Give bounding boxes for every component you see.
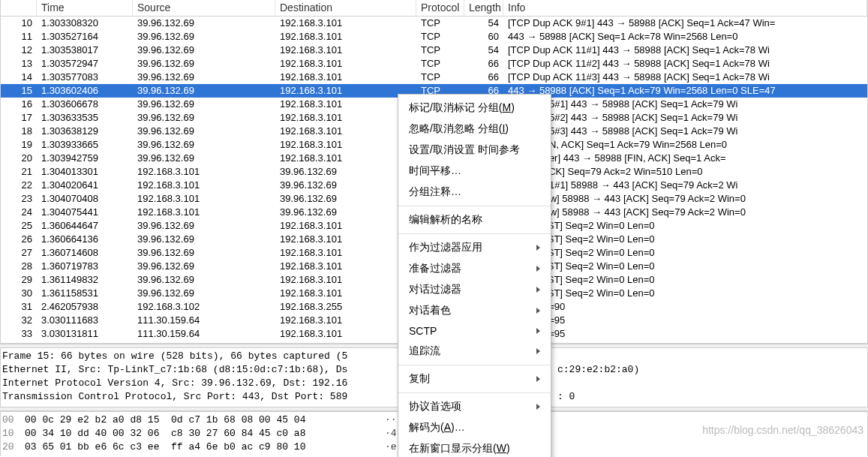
menu-item[interactable]: 时间平移…	[398, 161, 551, 182]
cell: 1.360644647	[37, 219, 133, 233]
cell: 21	[1, 165, 37, 179]
cell: 192.168.3.101	[275, 273, 416, 287]
cell: 1.361149832	[37, 273, 133, 287]
cell: 28	[1, 260, 37, 273]
cell: 192.168.3.101	[275, 17, 416, 30]
cell: 58988 [RST] Seq=2 Win=0 Len=0	[503, 260, 867, 273]
menu-item[interactable]: 标记/取消标记 分组(M)	[398, 98, 551, 119]
cell: 66	[464, 71, 503, 84]
menu-item[interactable]: 解码为(A)…	[398, 417, 551, 438]
col-no[interactable]	[1, 0, 37, 16]
cell: 192.168.3.101	[275, 71, 416, 84]
cell: 1.303538017	[37, 44, 133, 57]
menu-item[interactable]: SCTP	[398, 321, 551, 341]
cell: 39.96.132.69	[133, 71, 275, 84]
cell: 1.360714608	[37, 246, 133, 260]
cell: TCP	[416, 17, 464, 30]
table-row[interactable]: 111.30352716439.96.132.69192.168.3.101TC…	[1, 30, 867, 44]
cell: 192.168.3.102	[133, 300, 275, 314]
menu-item[interactable]: 作为过滤器应用	[398, 237, 551, 258]
cell: 39.96.132.69	[133, 125, 275, 138]
chevron-right-icon	[536, 348, 540, 354]
detail-line[interactable]: Frame 15: 66 bytes on wire (528 bits), 6…	[2, 350, 400, 363]
cell: 1.304020641	[37, 179, 133, 192]
menu-item-label: 协议首选项	[409, 400, 461, 413]
menu-item-label: 复制	[409, 372, 430, 386]
cell: 66	[464, 57, 503, 71]
detail-line[interactable]: Transmission Control Protocol, Src Port:…	[2, 390, 400, 404]
cell: 39.96.132.69	[275, 179, 416, 192]
cell: 192.168.3.101	[275, 219, 416, 233]
cell: 20	[1, 152, 37, 165]
cell: eroWindow] 58988 → 443 [ACK] Seq=79 Ack=…	[503, 192, 867, 206]
cell: 192.168.3.101	[275, 98, 416, 111]
cell: 39.96.132.69	[133, 152, 275, 165]
menu-item[interactable]: 对话过滤器	[398, 279, 551, 300]
cell: 39.96.132.69	[133, 246, 275, 260]
cell: 1.303638129	[37, 125, 133, 138]
cell: 443 → 58988 [ACK] Seq=1 Ack=79 Win=2568 …	[503, 84, 867, 98]
cell: 39.96.132.69	[133, 138, 275, 152]
menu-item-label: 准备过滤器	[409, 262, 461, 275]
cell: 39.96.132.69	[133, 273, 275, 287]
menu-item[interactable]: 协议首选项	[398, 396, 551, 417]
context-menu[interactable]: 标记/取消标记 分组(M)忽略/取消忽略 分组(I)设置/取消设置 时间参考时间…	[398, 94, 551, 457]
menu-item-label: 分组注释…	[409, 185, 461, 199]
cell: 11	[1, 30, 37, 44]
menu-item[interactable]: 复制	[398, 368, 551, 389]
cell: 32	[1, 314, 37, 327]
cell: 30	[1, 287, 37, 300]
cell: 27	[1, 246, 37, 260]
col-info[interactable]: Info	[503, 0, 867, 16]
table-row[interactable]: 121.30353801739.96.132.69192.168.3.101TC…	[1, 44, 867, 57]
chevron-right-icon	[536, 266, 540, 272]
col-length[interactable]: Length	[464, 0, 503, 16]
detail-line[interactable]: Internet Protocol Version 4, Src: 39.96.…	[2, 377, 400, 390]
detail-line[interactable]: Ethernet II, Src: Tp-LinkT_c7:1b:68 (d8:…	[2, 363, 400, 377]
col-time[interactable]: Time	[37, 0, 133, 16]
cell: ut-Of-Order] 443 → 58988 [FIN, ACK] Seq=…	[503, 152, 867, 165]
menu-item-label: 标记/取消标记 分组(M)	[409, 101, 515, 115]
cell: 18	[1, 125, 37, 138]
cell: 192.168.3.255	[275, 300, 416, 314]
chevron-right-icon	[536, 308, 540, 314]
menu-item[interactable]: 追踪流	[398, 341, 551, 362]
cell: 39.96.132.69	[133, 233, 275, 246]
cell: 192.168.3.101	[133, 206, 275, 219]
cell: 192.168.3.101	[275, 152, 416, 165]
chevron-right-icon	[536, 328, 540, 334]
cell: 58988 [RST] Seq=2 Win=0 Len=0	[503, 246, 867, 260]
cell: up ACK 21#1] 58988 → 443 [ACK] Seq=79 Ac…	[503, 179, 867, 192]
cell: 39.96.132.69	[133, 57, 275, 71]
col-proto[interactable]: Protocol	[416, 0, 464, 16]
menu-item-label: 设置/取消设置 时间参考	[409, 143, 520, 157]
cell: 1.303308320	[37, 17, 133, 30]
table-row[interactable]: 141.30357708339.96.132.69192.168.3.101TC…	[1, 71, 867, 84]
cell: 54	[464, 17, 503, 30]
col-dest[interactable]: Destination	[275, 0, 416, 16]
cell: TCP	[416, 30, 464, 44]
chevron-right-icon	[536, 404, 540, 410]
chevron-right-icon	[536, 287, 540, 293]
table-row[interactable]: 101.30330832039.96.132.69192.168.3.101TC…	[1, 17, 867, 30]
cell: 39.96.132.69	[133, 219, 275, 233]
menu-item[interactable]: 设置/取消设置 时间参考	[398, 140, 551, 161]
cell: 16	[1, 98, 37, 111]
menu-item[interactable]: 准备过滤器	[398, 258, 551, 279]
cell: 192.168.3.101	[275, 44, 416, 57]
cell: 31	[1, 300, 37, 314]
menu-item[interactable]: 编辑解析的名称	[398, 209, 551, 230]
cell: 39.96.132.69	[133, 44, 275, 57]
col-source[interactable]: Source	[133, 0, 275, 16]
cell: TCP	[416, 57, 464, 71]
menu-item[interactable]: 在新窗口显示分组(W)	[398, 438, 551, 457]
detail-line-tail: c:29:e2:b2:a0)	[557, 363, 639, 377]
menu-item[interactable]: 忽略/取消忽略 分组(I)	[398, 119, 551, 140]
cell: 1.304013301	[37, 165, 133, 179]
cell: 33	[1, 327, 37, 341]
menu-item[interactable]: 分组注释…	[398, 182, 551, 203]
menu-item[interactable]: 对话着色	[398, 300, 551, 321]
cell: 19	[1, 138, 37, 152]
cell: 29	[1, 273, 37, 287]
table-row[interactable]: 131.30357294739.96.132.69192.168.3.101TC…	[1, 57, 867, 71]
